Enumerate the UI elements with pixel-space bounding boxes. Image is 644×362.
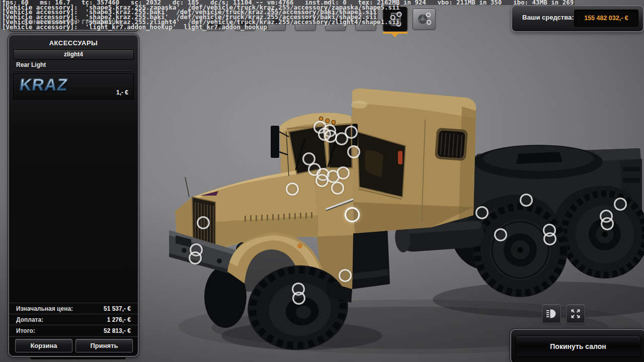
item-price: 1,- € <box>116 89 128 96</box>
accessory-hotspot[interactable] <box>331 182 344 195</box>
divider <box>14 70 133 71</box>
leave-salon-button[interactable]: Покинуть салон <box>515 336 641 357</box>
summary-value: 52 813,- € <box>104 325 131 336</box>
panel-header: АКСЕССУАРЫ <box>9 39 138 47</box>
summary-label: Доплата: <box>16 314 43 325</box>
accessory-hotspot-highlighted[interactable] <box>345 207 360 222</box>
accessory-hotspot[interactable] <box>614 198 627 211</box>
accessory-hotspot[interactable] <box>286 183 299 196</box>
accessory-hotspot[interactable] <box>189 251 202 264</box>
accessory-hotspot[interactable] <box>520 194 533 207</box>
accessory-hotspot[interactable] <box>292 292 305 305</box>
accessory-hotspot[interactable] <box>339 269 352 282</box>
summary-row: Доплата: 1 276,- € <box>9 314 138 325</box>
toggle-lights-button[interactable] <box>542 304 561 323</box>
summary-row-total: Итого: 52 813,- € <box>9 325 138 337</box>
summary-label: Изначальная цена: <box>16 303 73 314</box>
accessory-list-item[interactable]: KRAZ 1,- € <box>13 73 134 100</box>
leave-salon-panel: Покинуть салон <box>510 329 644 362</box>
accessory-hotspot[interactable] <box>475 206 489 219</box>
accessories-panel: АКСЕССУАРЫ zlight4 Rear Light KRAZ 1,- €… <box>8 34 139 357</box>
scene-viewport[interactable]: fps: 60 ms: 16.7 tc: 357460 sc: 2032 dc:… <box>0 0 644 362</box>
divider <box>14 48 133 49</box>
summary-label: Итого: <box>16 325 35 336</box>
accept-button[interactable]: Принять <box>75 339 133 352</box>
accessory-subtype-label: Rear Light <box>16 61 46 68</box>
selected-tile-caret <box>391 34 398 37</box>
accessory-hotspot[interactable] <box>315 174 329 187</box>
accessory-hotspot[interactable] <box>345 126 358 139</box>
expand-arrows-icon <box>570 308 582 320</box>
headlight-icon <box>545 308 557 320</box>
accessory-hotspot[interactable] <box>337 166 350 179</box>
summary-value: 51 537,- € <box>104 303 131 314</box>
fullscreen-view-button[interactable] <box>566 304 585 323</box>
accessory-hotspot[interactable] <box>601 217 614 230</box>
console-line: [Vehicle accessory]: 'light_kr7.addon_ho… <box>1 25 268 30</box>
accessory-hotspot[interactable] <box>543 232 556 245</box>
debug-console: fps: 60 ms: 16.7 tc: 357460 sc: 2032 dc:… <box>1 0 575 29</box>
accessory-hotspot[interactable] <box>197 216 210 229</box>
accessory-type-selector[interactable]: zlight4 <box>13 49 134 60</box>
brand-logo: KRAZ <box>18 75 69 95</box>
summary-value: 1 276,- € <box>107 314 131 325</box>
accessory-hotspot[interactable] <box>494 228 507 241</box>
summary-row: Изначальная цена: 51 537,- € <box>9 303 138 314</box>
accessory-hotspot[interactable] <box>347 145 360 158</box>
funds-amount: 155 482 032,- € <box>574 10 638 27</box>
cart-button[interactable]: Корзина <box>15 339 72 352</box>
